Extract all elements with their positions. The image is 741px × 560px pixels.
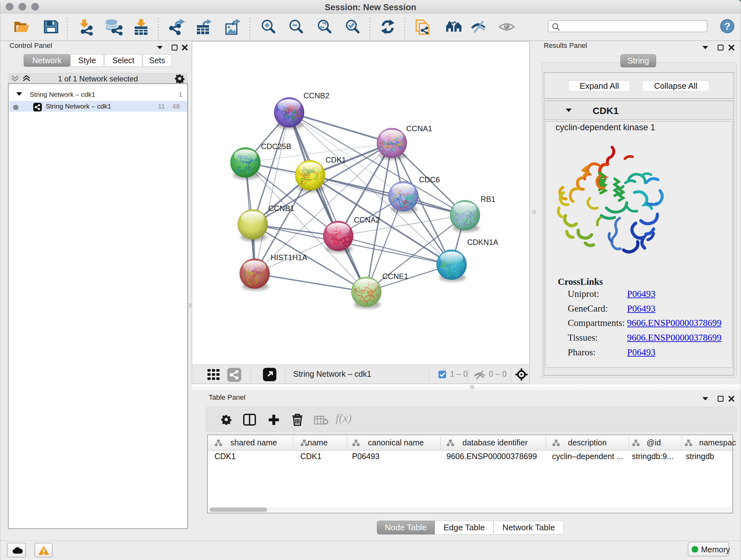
svg-text:?: ? [724,20,731,32]
svg-text:HIST1H1A: HIST1H1A [271,253,307,262]
svg-text:CDKN1A: CDKN1A [467,238,498,246]
svg-text:CCNA2: CCNA2 [354,215,380,224]
svg-text:CCNB2: CCNB2 [304,91,329,100]
svg-text:CDC25B: CDC25B [261,142,291,151]
svg-text:RB1: RB1 [481,195,495,203]
svg-text:CCNB1: CCNB1 [268,204,294,212]
svg-text:CDK1: CDK1 [326,155,346,164]
svg-text:CCNE1: CCNE1 [382,272,408,281]
svg-text:CCNA1: CCNA1 [406,124,432,133]
svg-text:CDC6: CDC6 [419,175,440,184]
